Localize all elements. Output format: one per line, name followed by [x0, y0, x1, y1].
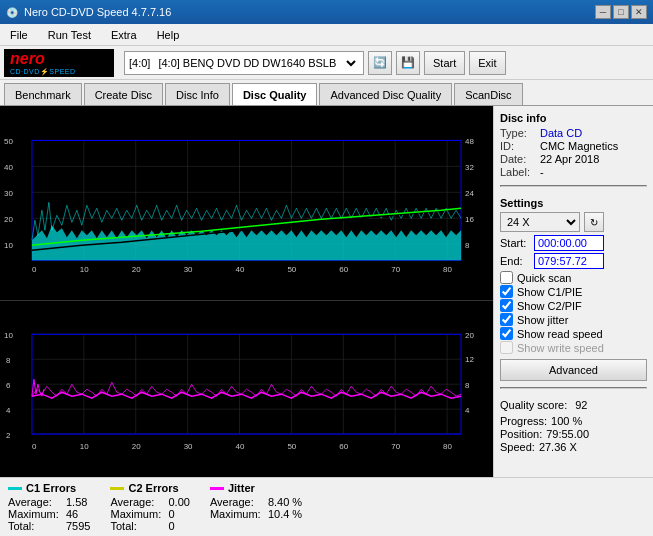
svg-text:10: 10 [80, 265, 89, 274]
menu-file[interactable]: File [4, 27, 34, 43]
quick-scan-checkbox[interactable] [500, 271, 513, 284]
c1-total-value: 7595 [66, 520, 90, 532]
show-jitter-checkbox[interactable] [500, 313, 513, 326]
c2-max-value: 0 [168, 508, 174, 520]
svg-text:30: 30 [184, 265, 193, 274]
end-label: End: [500, 255, 530, 267]
position-label: Position: [500, 428, 542, 440]
c2-total-label: Total: [110, 520, 162, 532]
show-c2-row: Show C2/PIF [500, 299, 647, 312]
c2-legend-title: C2 Errors [110, 482, 189, 494]
exit-button[interactable]: Exit [469, 51, 505, 75]
quality-score-value: 92 [575, 399, 587, 411]
side-panel: Disc info Type: Data CD ID: CMC Magnetic… [493, 106, 653, 477]
c1-max-row: Maximum: 46 [8, 508, 90, 520]
date-row: Date: 22 Apr 2018 [500, 153, 647, 165]
show-jitter-label: Show jitter [517, 314, 568, 326]
show-c1-checkbox[interactable] [500, 285, 513, 298]
c2-max-label: Maximum: [110, 508, 162, 520]
jitter-avg-row: Average: 8.40 % [210, 496, 302, 508]
show-write-speed-checkbox[interactable] [500, 341, 513, 354]
progress-row: Progress: 100 % [500, 415, 647, 427]
speed-select[interactable]: 24 X [500, 212, 580, 232]
c1-legend-group: C1 Errors Average: 1.58 Maximum: 46 Tota… [8, 482, 90, 532]
c2-legend-label: C2 Errors [128, 482, 178, 494]
jitter-avg-value: 8.40 % [268, 496, 302, 508]
title-bar-left: 💿 Nero CD-DVD Speed 4.7.7.16 [6, 6, 171, 18]
id-row: ID: CMC Magnetics [500, 140, 647, 152]
svg-text:40: 40 [236, 265, 245, 274]
content-wrapper: 50 40 30 20 10 48 32 24 16 8 0 10 20 [0, 106, 653, 536]
tabs-bar: Benchmark Create Disc Disc Info Disc Qua… [0, 80, 653, 106]
jitter-legend-title: Jitter [210, 482, 302, 494]
position-value: 79:55.00 [546, 428, 589, 440]
id-value: CMC Magnetics [540, 140, 618, 152]
tab-create-disc[interactable]: Create Disc [84, 83, 163, 105]
c2-max-row: Maximum: 0 [110, 508, 189, 520]
svg-text:20: 20 [4, 215, 13, 224]
c1-avg-value: 1.58 [66, 496, 87, 508]
menu-bar: File Run Test Extra Help [0, 24, 653, 46]
tab-disc-quality[interactable]: Disc Quality [232, 83, 318, 105]
show-c2-checkbox[interactable] [500, 299, 513, 312]
position-row: Position: 79:55.00 [500, 428, 647, 440]
svg-text:32: 32 [465, 163, 474, 172]
maximize-button[interactable]: □ [613, 5, 629, 19]
svg-text:8: 8 [6, 356, 11, 365]
jitter-legend-label: Jitter [228, 482, 255, 494]
label-label: Label: [500, 166, 536, 178]
svg-text:60: 60 [339, 442, 348, 451]
svg-text:8: 8 [465, 381, 470, 390]
svg-text:40: 40 [4, 163, 13, 172]
legend-area: C1 Errors Average: 1.58 Maximum: 46 Tota… [0, 477, 653, 536]
quick-scan-row: Quick scan [500, 271, 647, 284]
speed-label: Speed: [500, 441, 535, 453]
show-c1-row: Show C1/PIE [500, 285, 647, 298]
drive-selector[interactable]: [4:0] [4:0] BENQ DVD DD DW1640 BSLB [124, 51, 364, 75]
c1-legend-label: C1 Errors [26, 482, 76, 494]
menu-help[interactable]: Help [151, 27, 186, 43]
svg-text:60: 60 [339, 265, 348, 274]
jitter-legend-group: Jitter Average: 8.40 % Maximum: 10.4 % [210, 482, 302, 532]
svg-text:24: 24 [465, 189, 474, 198]
show-read-speed-checkbox[interactable] [500, 327, 513, 340]
menu-run-test[interactable]: Run Test [42, 27, 97, 43]
svg-text:40: 40 [236, 442, 245, 451]
save-button[interactable]: 💾 [396, 51, 420, 75]
c1-total-label: Total: [8, 520, 60, 532]
id-label: ID: [500, 140, 536, 152]
speed-value: 27.36 X [539, 441, 577, 453]
c2-avg-label: Average: [110, 496, 162, 508]
c1-max-label: Maximum: [8, 508, 60, 520]
title-bar-controls[interactable]: ─ □ ✕ [595, 5, 647, 19]
show-write-speed-row: Show write speed [500, 341, 647, 354]
speed-refresh-btn[interactable]: ↻ [584, 212, 604, 232]
show-jitter-row: Show jitter [500, 313, 647, 326]
c2-total-value: 0 [168, 520, 174, 532]
quality-score-label: Quality score: [500, 399, 567, 411]
svg-text:6: 6 [6, 381, 11, 390]
start-button[interactable]: Start [424, 51, 465, 75]
label-row: Label: - [500, 166, 647, 178]
jitter-max-row: Maximum: 10.4 % [210, 508, 302, 520]
tab-scandisc[interactable]: ScanDisc [454, 83, 522, 105]
minimize-button[interactable]: ─ [595, 5, 611, 19]
svg-text:2: 2 [6, 431, 11, 440]
drive-select-input[interactable]: [4:0] BENQ DVD DD DW1640 BSLB [154, 56, 359, 70]
close-button[interactable]: ✕ [631, 5, 647, 19]
show-read-speed-label: Show read speed [517, 328, 603, 340]
svg-text:10: 10 [4, 241, 13, 250]
jitter-max-value: 10.4 % [268, 508, 302, 520]
advanced-button[interactable]: Advanced [500, 359, 647, 381]
svg-text:48: 48 [465, 137, 474, 146]
tab-advanced-disc-quality[interactable]: Advanced Disc Quality [319, 83, 452, 105]
tab-benchmark[interactable]: Benchmark [4, 83, 82, 105]
show-c1-label: Show C1/PIE [517, 286, 582, 298]
menu-extra[interactable]: Extra [105, 27, 143, 43]
date-value: 22 Apr 2018 [540, 153, 599, 165]
refresh-button[interactable]: 🔄 [368, 51, 392, 75]
tab-disc-info[interactable]: Disc Info [165, 83, 230, 105]
disc-info-title: Disc info [500, 112, 647, 124]
jitter-avg-label: Average: [210, 496, 262, 508]
svg-text:70: 70 [391, 442, 400, 451]
